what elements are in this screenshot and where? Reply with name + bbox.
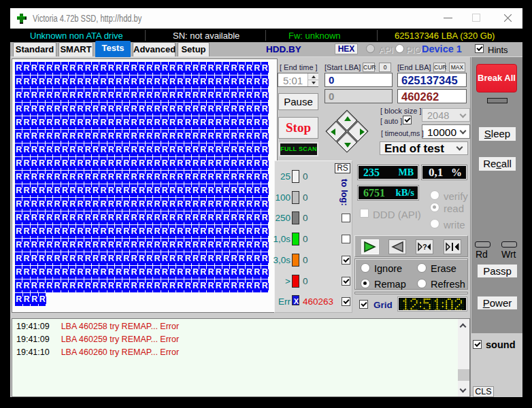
svg-text:?: ? xyxy=(422,243,427,251)
